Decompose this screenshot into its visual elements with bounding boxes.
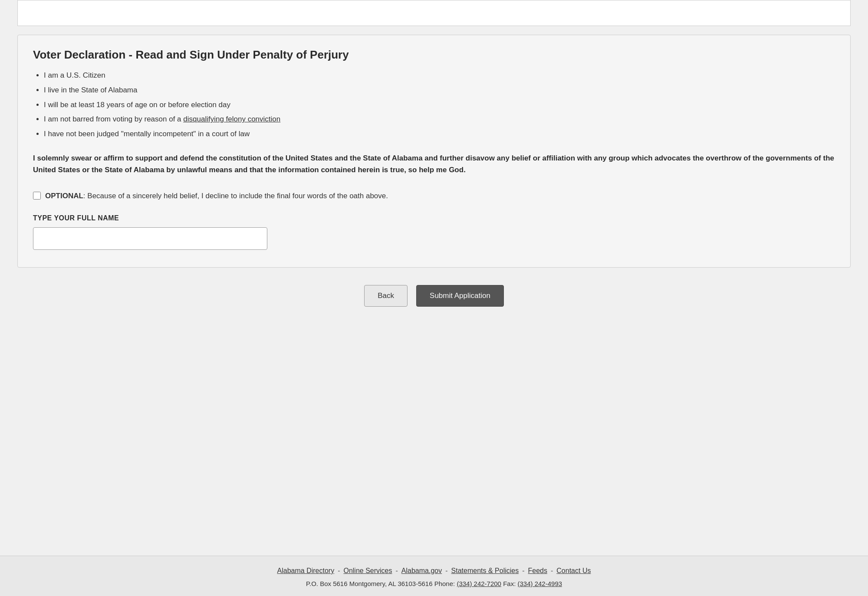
main-content: Voter Declaration - Read and Sign Under … — [0, 26, 868, 556]
optional-checkbox[interactable] — [33, 192, 41, 200]
alabama-directory-link[interactable]: Alabama Directory — [277, 567, 335, 575]
separator: - — [551, 567, 553, 575]
button-row: Back Submit Application — [17, 285, 851, 307]
optional-rest: : Because of a sincerely held belief, I … — [83, 192, 388, 200]
full-name-section: TYPE YOUR FULL NAME — [33, 214, 835, 250]
list-item: I am a U.S. Citizen — [44, 70, 835, 81]
declaration-title: Voter Declaration - Read and Sign Under … — [33, 48, 835, 62]
full-name-label: TYPE YOUR FULL NAME — [33, 214, 835, 222]
oath-text: I solemnly swear or affirm to support an… — [33, 152, 835, 176]
list-item: I will be at least 18 years of age on or… — [44, 100, 835, 110]
separator: - — [396, 567, 398, 575]
feeds-link[interactable]: Feeds — [528, 567, 547, 575]
optional-section: OPTIONAL: Because of a sincerely held be… — [33, 191, 835, 201]
fax-text: Fax: — [501, 580, 518, 587]
optional-label[interactable]: OPTIONAL: Because of a sincerely held be… — [45, 191, 388, 201]
full-name-input[interactable] — [33, 227, 267, 250]
list-item-text: I am a U.S. Citizen — [44, 71, 105, 79]
address-text: P.O. Box 5616 Montgomery, AL 36103-5616 … — [306, 580, 457, 587]
list-item: I live in the State of Alabama — [44, 85, 835, 95]
separator: - — [338, 567, 340, 575]
submit-application-button[interactable]: Submit Application — [416, 285, 504, 307]
declaration-list: I am a U.S. Citizen I live in the State … — [33, 70, 835, 139]
separator: - — [445, 567, 447, 575]
optional-strong: OPTIONAL — [45, 192, 83, 200]
fax-link[interactable]: (334) 242-4993 — [517, 580, 562, 587]
alabama-gov-link[interactable]: Alabama.gov — [401, 567, 442, 575]
list-item-text: I am not barred from voting by reason of… — [44, 115, 280, 123]
declaration-card: Voter Declaration - Read and Sign Under … — [17, 35, 851, 268]
felony-conviction-link[interactable]: disqualifying felony conviction — [183, 115, 280, 123]
phone-link[interactable]: (334) 242-7200 — [457, 580, 501, 587]
list-item-text: I live in the State of Alabama — [44, 86, 137, 94]
online-services-link[interactable]: Online Services — [343, 567, 392, 575]
list-item-text: I will be at least 18 years of age on or… — [44, 101, 230, 109]
list-item: I have not been judged "mentally incompe… — [44, 129, 835, 139]
footer-links: Alabama Directory - Online Services - Al… — [9, 567, 859, 575]
separator: - — [522, 567, 524, 575]
statements-policies-link[interactable]: Statements & Policies — [451, 567, 519, 575]
footer: Alabama Directory - Online Services - Al… — [0, 556, 868, 596]
footer-address: P.O. Box 5616 Montgomery, AL 36103-5616 … — [9, 580, 859, 587]
list-item: I am not barred from voting by reason of… — [44, 114, 835, 124]
list-item-text: I have not been judged "mentally incompe… — [44, 130, 250, 138]
contact-us-link[interactable]: Contact Us — [556, 567, 591, 575]
back-button[interactable]: Back — [364, 285, 408, 307]
top-section — [17, 0, 851, 26]
